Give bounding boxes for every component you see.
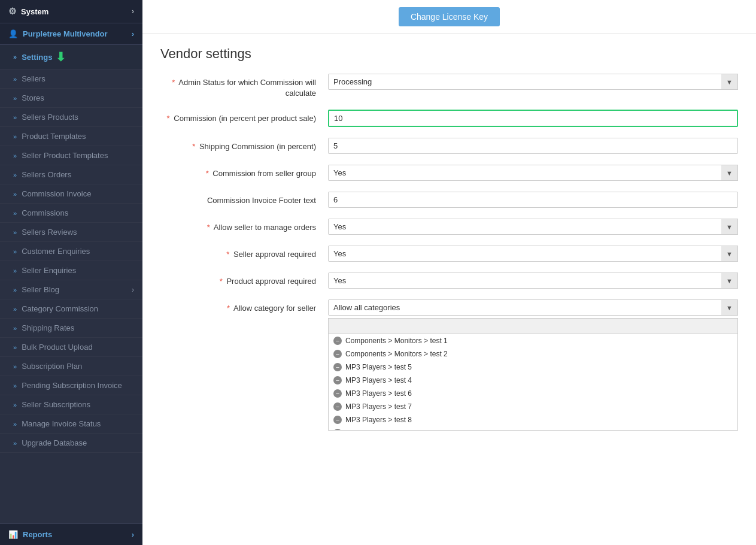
sidebar-system-header[interactable]: ⚙ System ›: [0, 0, 142, 23]
sidebar-item-upgrade-database[interactable]: » Upgrade Database: [0, 434, 142, 453]
shipping-commission-input[interactable]: [328, 138, 738, 154]
allow-seller-manage-orders-label: * Allow seller to manage orders: [160, 219, 328, 233]
sidebar: ⚙ System › 👤 Purpletree Multivendor › » …: [0, 0, 142, 545]
sidebar-item-seller-blog[interactable]: » Seller Blog ›: [0, 280, 142, 299]
sidebar-item-label: Commissions: [22, 208, 68, 217]
category-list[interactable]: −Components > Monitors > test 1−Componen…: [329, 334, 737, 430]
minus-icon: −: [333, 376, 342, 384]
sidebar-item-label: Customer Enquiries: [22, 247, 90, 256]
sidebar-item-pending-subscription-invoice[interactable]: » Pending Subscription Invoice: [0, 376, 142, 395]
commission-seller-group-select-wrap: Yes No ▼: [328, 165, 738, 181]
minus-icon: −: [333, 402, 342, 411]
bullet-icon: »: [13, 171, 17, 178]
sidebar-item-product-templates[interactable]: » Product Templates: [0, 127, 142, 146]
sidebar-reports-label: Reports: [23, 530, 52, 539]
product-approval-wrap: Yes No ▼: [328, 272, 738, 289]
chevron-right-icon: ›: [132, 530, 134, 539]
seller-approval-select[interactable]: Yes No: [328, 246, 738, 262]
minus-icon: −: [333, 350, 342, 358]
sidebar-reports[interactable]: 📊 Reports ›: [0, 523, 142, 545]
sidebar-item-label: Seller Subscriptions: [22, 400, 90, 409]
commission-invoice-footer-wrap: [328, 192, 738, 208]
vendor-settings-container: Vendor settings * Admin Status for which…: [142, 34, 756, 453]
allow-seller-manage-orders-select[interactable]: Yes No: [328, 219, 738, 235]
allow-category-select[interactable]: Allow all categories Restrict categories: [328, 299, 738, 316]
sidebar-item-label: Sellers Reviews: [22, 228, 77, 237]
bullet-icon: »: [13, 75, 17, 83]
list-item[interactable]: −MP3 Players > test 5: [329, 361, 737, 374]
commission-invoice-footer-row: Commission Invoice Footer text: [160, 192, 738, 208]
allow-seller-manage-orders-row: * Allow seller to manage orders Yes No ▼: [160, 219, 738, 235]
sidebar-item-commissions[interactable]: » Commissions: [0, 204, 142, 223]
sidebar-item-subscription-plan[interactable]: » Subscription Plan: [0, 357, 142, 376]
sidebar-item-seller-subscriptions[interactable]: » Seller Subscriptions: [0, 395, 142, 414]
sidebar-item-bulk-product-upload[interactable]: » Bulk Product Upload: [0, 338, 142, 357]
sidebar-item-manage-invoice-status[interactable]: » Manage Invoice Status: [0, 414, 142, 434]
sidebar-item-commission-invoice[interactable]: » Commission Invoice: [0, 184, 142, 204]
seller-approval-select-wrap: Yes No ▼: [328, 246, 738, 262]
minus-icon: −: [333, 429, 342, 430]
product-approval-row: * Product approval required Yes No ▼: [160, 272, 738, 289]
sidebar-item-category-commission[interactable]: » Category Commission: [0, 299, 142, 319]
required-marker: *: [226, 250, 229, 259]
commission-seller-group-select[interactable]: Yes No: [328, 165, 738, 181]
sidebar-item-label: Stores: [22, 93, 44, 102]
sidebar-item-customer-enquiries[interactable]: » Customer Enquiries: [0, 242, 142, 261]
list-item[interactable]: −Components > Monitors > test 1: [329, 334, 737, 347]
bullet-icon: »: [13, 267, 17, 274]
required-marker: *: [207, 223, 210, 232]
category-search-input[interactable]: [329, 319, 737, 334]
sidebar-item-sellers-orders[interactable]: » Sellers Orders: [0, 165, 142, 184]
sidebar-item-shipping-rates[interactable]: » Shipping Rates: [0, 319, 142, 338]
minus-icon: −: [333, 337, 342, 345]
sidebar-item-sellers-products[interactable]: » Sellers Products: [0, 108, 142, 127]
product-approval-select-wrap: Yes No ▼: [328, 272, 738, 289]
bullet-icon: »: [13, 305, 17, 313]
bullet-icon: »: [13, 114, 17, 121]
gear-icon: ⚙: [8, 6, 16, 17]
sidebar-item-label: Bulk Product Upload: [22, 343, 93, 352]
list-item[interactable]: −MP3 Players > test 9: [329, 426, 737, 430]
product-approval-select[interactable]: Yes No: [328, 272, 738, 289]
sidebar-item-stores[interactable]: » Stores: [0, 89, 142, 108]
user-icon: 👤: [8, 29, 18, 38]
list-item[interactable]: −Components > Monitors > test 2: [329, 347, 737, 361]
required-marker: *: [206, 169, 209, 178]
bullet-icon: »: [13, 286, 17, 293]
seller-approval-row: * Seller approval required Yes No ▼: [160, 246, 738, 262]
commission-input[interactable]: [328, 110, 738, 127]
sidebar-item-label: Seller Product Templates: [22, 151, 108, 160]
sidebar-item-sellers[interactable]: » Sellers: [0, 69, 142, 89]
allow-category-select-wrap: Allow all categories Restrict categories…: [328, 299, 738, 316]
list-item[interactable]: −MP3 Players > test 6: [329, 387, 737, 400]
sidebar-purpletree-header[interactable]: 👤 Purpletree Multivendor ›: [0, 23, 142, 45]
commission-label: * Commission (in percent per product sal…: [160, 110, 328, 124]
bullet-icon: »: [13, 401, 17, 408]
list-item[interactable]: −MP3 Players > test 7: [329, 400, 737, 413]
sidebar-item-sellers-reviews[interactable]: » Sellers Reviews: [0, 223, 142, 242]
sidebar-item-seller-enquiries[interactable]: » Seller Enquiries: [0, 261, 142, 280]
top-bar: Change License Key: [142, 0, 756, 34]
minus-icon: −: [333, 363, 342, 371]
list-item[interactable]: −MP3 Players > test 8: [329, 413, 737, 426]
bullet-icon: »: [13, 363, 17, 370]
sidebar-item-label: Sellers: [22, 74, 45, 83]
sidebar-item-settings[interactable]: » Settings ⬇: [0, 45, 142, 69]
admin-status-row: * Admin Status for which Commission will…: [160, 74, 738, 99]
change-license-button[interactable]: Change License Key: [399, 7, 500, 26]
sidebar-item-label: Manage Invoice Status: [22, 419, 101, 428]
sidebar-item-label: Seller Blog: [22, 285, 59, 294]
commission-seller-group-label: * Commission from seller group: [160, 165, 328, 179]
allow-seller-manage-orders-select-wrap: Yes No ▼: [328, 219, 738, 235]
allow-category-label: * Allow category for seller: [160, 299, 328, 314]
category-multiselect: −Components > Monitors > test 1−Componen…: [328, 318, 738, 431]
main-content: Change License Key Vendor settings * Adm…: [142, 0, 756, 545]
seller-approval-label: * Seller approval required: [160, 246, 328, 260]
commission-invoice-footer-input[interactable]: [328, 192, 738, 208]
admin-status-select[interactable]: Processing Complete Pending: [328, 74, 738, 90]
sidebar-item-seller-product-templates[interactable]: » Seller Product Templates: [0, 146, 142, 165]
list-item[interactable]: −MP3 Players > test 4: [329, 374, 737, 387]
sidebar-item-label: Sellers Orders: [22, 170, 71, 179]
sidebar-item-label: Seller Enquiries: [22, 266, 76, 275]
minus-icon: −: [333, 389, 342, 398]
